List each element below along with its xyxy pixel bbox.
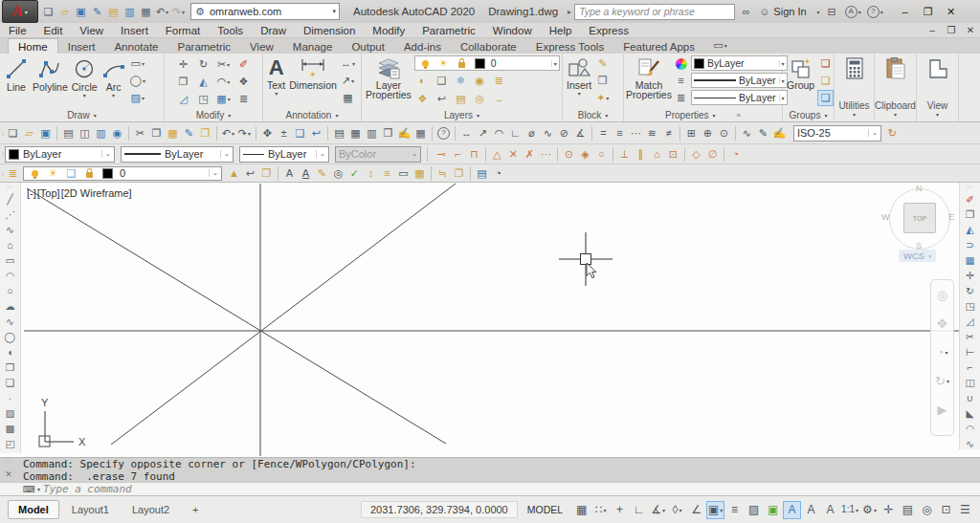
break-at-point-icon[interactable]: ⌐ [961,360,979,375]
polyline-button[interactable]: Polyline [32,55,69,92]
panel-title-clipboard[interactable]: Clipboard▾ [875,97,916,121]
lineweight-list-icon[interactable]: ≡ [673,73,689,89]
snap-to-nearest-icon[interactable]: ◇ [688,146,704,163]
arc-button[interactable]: Arc ▾ [100,55,127,98]
linetype-combo[interactable]: ByLayer ▾ [691,90,788,105]
tab-model[interactable]: Model [8,500,59,519]
center-mark-icon[interactable]: ⊕ [700,125,716,142]
scale-icon[interactable]: ◳ [195,91,212,107]
fillet-icon[interactable]: ◠▾ [215,74,232,90]
orbit-icon[interactable]: ↻▾ [934,370,950,391]
tab-add-ins[interactable]: Add-ins [394,39,451,54]
layer-previous-icon[interactable]: ↩ [242,165,258,182]
tab-home[interactable]: Home [8,38,58,54]
doc-restore-button[interactable]: ❐ [942,24,961,37]
publish-icon[interactable]: ▥ [93,125,109,142]
jogged-linear-icon[interactable]: ∿ [739,125,755,142]
tab-annotate[interactable]: Annotate [104,39,167,54]
zoom-previous-icon[interactable]: ↩ [308,125,324,142]
menu-tools[interactable]: Tools [209,25,252,36]
cut-icon[interactable]: ✂ [132,125,148,142]
arc-length-dimension-icon[interactable]: ◠ [491,125,507,142]
dynamic-input-icon[interactable]: + [611,501,629,519]
snap-to-midpoint-icon[interactable]: △ [489,146,505,163]
compass-north[interactable]: N [916,184,923,193]
snap-to-parallel-icon[interactable]: ∥ [633,146,649,163]
ribbon-display-toggle-icon[interactable]: ▭▾ [712,37,728,54]
lineweight-control-combo[interactable]: ByLayer ⌄ [239,146,329,163]
dimension-button[interactable]: ✶ Dimension [288,55,338,90]
revision-cloud-icon[interactable]: ☁ [1,299,19,314]
linear-dimension-icon[interactable]: ↔▾ [340,55,356,72]
layer-states-manager-icon[interactable]: ❒ [258,165,275,182]
tab-layout2[interactable]: Layout2 [122,500,180,519]
find-text-icon[interactable]: ◎ [330,165,346,182]
line-button[interactable]: Line [3,55,30,92]
sheet-set-manager-icon[interactable]: ❒ [380,125,396,142]
plot-icon[interactable]: ▤ [60,125,77,142]
isolate-objects-icon[interactable]: ◎ [918,501,936,519]
aligned-dimension-icon[interactable]: ↗ [475,125,491,142]
tab-parametric[interactable]: Parametric [168,39,241,54]
layer-viewport-freeze-icon[interactable]: ❑ [63,165,79,182]
utilities-button[interactable] [842,55,867,81]
tab-collaborate[interactable]: Collaborate [451,39,526,54]
stretch-icon[interactable]: ◿ [175,91,191,107]
sign-in-button[interactable]: ☺ Sign In ▾ [758,4,820,20]
annotation-scale-person-icon[interactable]: A [821,501,839,519]
menu-dimension[interactable]: Dimension [295,25,364,36]
tab-insert[interactable]: Insert [58,39,105,54]
table-icon[interactable]: ▦ [340,90,356,106]
command-input-row[interactable]: ⌨▾ Type a command [0,482,980,495]
layer-isolate-icon[interactable]: ❑ [434,73,450,89]
workspace-switching-icon[interactable]: ⚙▾ [860,501,879,519]
search-binoculars-icon[interactable]: ∞ [738,4,754,20]
polar-tracking-icon[interactable]: ∡▾ [649,501,667,519]
linear-dimension-icon[interactable]: ↔ [458,125,475,142]
panel-title-annotation[interactable]: Annotation▾ [263,108,361,121]
toolbar-grip[interactable]: ∷ [8,184,12,191]
application-menu-button[interactable]: A ▾ [2,0,38,23]
command-grip[interactable]: ∷ [6,458,11,466]
paste-icon[interactable]: ▦ [165,125,181,142]
maximize-button[interactable]: ❐ [917,3,940,20]
object-snap-tracking-icon[interactable]: ∠ [687,501,705,519]
lineweight-display-icon[interactable]: ≡ [725,501,744,519]
text-scale-icon[interactable]: ↕ [363,165,379,182]
tab-view[interactable]: View [240,39,283,54]
erase-icon[interactable]: ✐ [961,192,979,207]
layer-states-icon[interactable]: ▤ [453,91,469,107]
menu-insert[interactable]: Insert [112,25,157,36]
quick-dimension-icon[interactable]: = [595,125,612,142]
move-icon[interactable]: ✛ [175,56,191,73]
open-file-icon[interactable]: ▱ [56,4,73,20]
search-input[interactable]: Type a keyword or phrase [574,4,735,20]
snap-to-apparent-intersection-icon[interactable]: ✗ [522,146,538,163]
trim-icon[interactable]: ✂ [961,330,979,344]
layer-color-swatch-icon[interactable] [100,165,116,182]
break-icon[interactable]: ◫ [961,376,979,390]
text-button[interactable]: A Text ▾ [266,55,286,97]
object-color-combo[interactable]: ByLayer ▾ [691,55,788,71]
overkill-icon[interactable]: ≣ [235,91,252,107]
menu-view[interactable]: View [71,25,112,36]
ellipse-icon[interactable]: ◯ [1,330,19,344]
showmotion-icon[interactable]: ▶ [934,399,950,420]
annotation-autoscale-icon[interactable]: A [802,501,820,519]
circle-icon[interactable]: ○ [1,284,19,298]
object-color-wheel-icon[interactable] [673,55,689,72]
insert-button[interactable]: Insert ▾ [566,55,592,97]
wcs-menu[interactable]: WCS▾ [899,250,936,262]
define-attributes-icon[interactable]: ✦▾ [594,90,611,106]
close-button[interactable]: ✕ [940,3,963,20]
view-button[interactable] [924,55,951,81]
layer-properties-button[interactable]: Layer Properties [365,55,412,99]
open-file-icon[interactable]: ▱ [21,125,37,142]
zoom-realtime-icon[interactable]: ± [276,125,292,142]
move-icon[interactable]: ✛ [961,269,979,283]
panel-title-layers[interactable]: Layers▾ [362,108,562,121]
erase-icon[interactable]: ✐ [235,56,252,73]
lineweight-combo[interactable]: ByLayer ▾ [691,73,788,88]
command-history[interactable]: Command: Specify opposite corner or [Fen… [0,457,980,482]
diameter-dimension-icon[interactable]: ⊘ [556,125,572,142]
